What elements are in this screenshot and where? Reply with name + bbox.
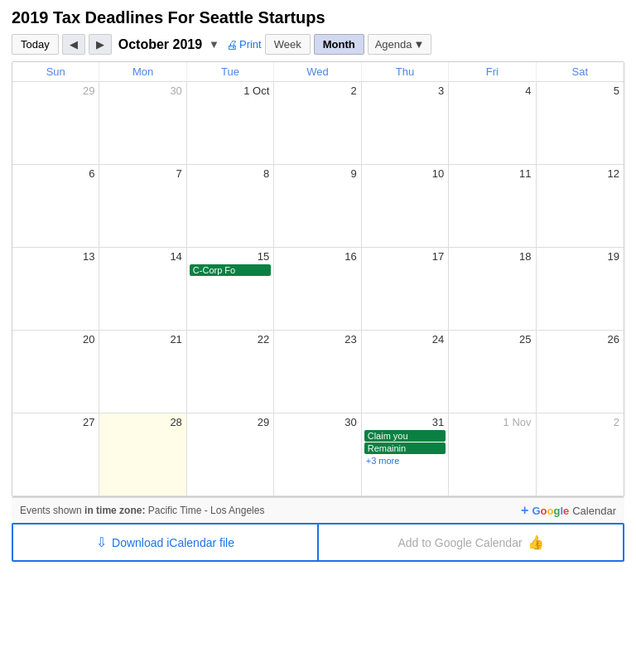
- calendar-cell[interactable]: 10: [362, 165, 449, 248]
- calendar-cell[interactable]: 26: [537, 331, 624, 413]
- print-button[interactable]: 🖨 Print: [226, 38, 262, 51]
- day-number: 10: [364, 167, 446, 181]
- calendar-cell[interactable]: 11: [449, 165, 536, 248]
- calendar-cell[interactable]: 7: [99, 165, 186, 248]
- timezone-note: Events shown in time zone: Pacific Time …: [20, 505, 264, 516]
- calendar-cell[interactable]: 21: [99, 331, 186, 413]
- day-number: 12: [539, 167, 621, 181]
- toolbar: Today ◀ ▶ October 2019 ▼ 🖨 Print Week Mo…: [12, 34, 624, 55]
- event-chip[interactable]: Remainin: [364, 442, 446, 454]
- event-chip[interactable]: Claim you: [364, 430, 446, 442]
- calendar: Sun Mon Tue Wed Thu Fri Sat 29301 Oct234…: [12, 61, 624, 497]
- day-number: 25: [451, 332, 532, 346]
- day-number: 6: [15, 167, 96, 181]
- day-number: 30: [102, 84, 183, 98]
- page-title: 2019 Tax Deadlines For Seattle Startups: [12, 8, 624, 27]
- day-number: 2: [539, 415, 621, 429]
- day-number: 22: [190, 332, 271, 346]
- calendar-cell[interactable]: 15C-Corp Fo: [187, 248, 274, 331]
- calendar-header: Sun Mon Tue Wed Thu Fri Sat: [12, 62, 624, 82]
- calendar-grid: 29301 Oct23456789101112131415C-Corp Fo16…: [12, 82, 624, 496]
- day-number: 21: [102, 332, 183, 346]
- day-number: 7: [102, 167, 183, 181]
- day-number: 30: [277, 415, 358, 429]
- calendar-cell[interactable]: 4: [449, 82, 536, 165]
- event-chip[interactable]: C-Corp Fo: [190, 264, 271, 276]
- hand-icon: 👍: [528, 534, 544, 550]
- calendar-cell[interactable]: 8: [187, 165, 274, 248]
- day-number: 11: [451, 167, 532, 181]
- day-number: 9: [277, 167, 358, 181]
- day-number: 19: [539, 249, 621, 263]
- calendar-cell[interactable]: 19: [537, 248, 624, 331]
- calendar-cell[interactable]: 2: [274, 82, 361, 165]
- today-button[interactable]: Today: [12, 34, 59, 55]
- calendar-cell[interactable]: 13: [12, 248, 99, 331]
- day-number: 1 Nov: [451, 415, 532, 429]
- header-thu: Thu: [362, 62, 449, 82]
- day-number: 29: [190, 415, 271, 429]
- calendar-cell[interactable]: 22: [187, 331, 274, 413]
- more-events-link[interactable]: +3 more: [364, 455, 446, 467]
- download-label: Download iCalendar file: [112, 536, 234, 549]
- day-number: 13: [15, 249, 96, 263]
- google-cal-action-label: Add to Google Calendar: [398, 536, 522, 549]
- next-button[interactable]: ▶: [89, 34, 112, 55]
- calendar-cell[interactable]: 5: [537, 82, 624, 165]
- google-calendar-badge[interactable]: + Google Calendar: [521, 503, 616, 518]
- day-number: 17: [364, 249, 446, 263]
- header-mon: Mon: [99, 62, 186, 82]
- calendar-cell[interactable]: 28: [99, 413, 186, 496]
- day-number: 15: [190, 249, 271, 263]
- agenda-view-button[interactable]: Agenda ▼: [368, 34, 432, 55]
- month-view-button[interactable]: Month: [314, 34, 364, 55]
- prev-button[interactable]: ◀: [62, 34, 85, 55]
- google-logo: Google: [532, 505, 569, 517]
- calendar-cell[interactable]: 3: [362, 82, 449, 165]
- add-to-google-calendar-button[interactable]: Add to Google Calendar 👍: [319, 525, 623, 560]
- calendar-cell[interactable]: 6: [12, 165, 99, 248]
- calendar-cell[interactable]: 30: [274, 413, 361, 496]
- calendar-cell[interactable]: 31Claim youRemainin+3 more: [362, 413, 449, 496]
- printer-icon: 🖨: [226, 38, 238, 51]
- calendar-cell[interactable]: 1 Nov: [449, 413, 536, 496]
- day-number: 14: [102, 249, 183, 263]
- calendar-cell[interactable]: 12: [537, 165, 624, 248]
- calendar-cell[interactable]: 2: [537, 413, 624, 496]
- calendar-cell[interactable]: 14: [99, 248, 186, 331]
- calendar-cell[interactable]: 18: [449, 248, 536, 331]
- header-tue: Tue: [187, 62, 274, 82]
- calendar-cell[interactable]: 23: [274, 331, 361, 413]
- header-wed: Wed: [274, 62, 361, 82]
- download-icalendar-button[interactable]: ⇩ Download iCalendar file: [13, 525, 319, 560]
- calendar-cell[interactable]: 20: [12, 331, 99, 413]
- day-number: 3: [364, 84, 446, 98]
- day-number: 18: [451, 249, 532, 263]
- calendar-cell[interactable]: 25: [449, 331, 536, 413]
- calendar-cell[interactable]: 29: [12, 82, 99, 165]
- calendar-cell[interactable]: 17: [362, 248, 449, 331]
- header-sun: Sun: [12, 62, 99, 82]
- week-view-button[interactable]: Week: [265, 34, 311, 55]
- day-number: 26: [539, 332, 621, 346]
- day-number: 27: [15, 415, 96, 429]
- calendar-cell[interactable]: 29: [187, 413, 274, 496]
- header-fri: Fri: [449, 62, 536, 82]
- calendar-cell[interactable]: 24: [362, 331, 449, 413]
- month-year-label: October 2019: [118, 37, 202, 52]
- calendar-cell[interactable]: 1 Oct: [187, 82, 274, 165]
- calendar-cell[interactable]: 30: [99, 82, 186, 165]
- calendar-cell[interactable]: 16: [274, 248, 361, 331]
- agenda-dropdown-icon: ▼: [414, 38, 425, 51]
- header-sat: Sat: [537, 62, 624, 82]
- day-number: 20: [15, 332, 96, 346]
- calendar-cell[interactable]: 27: [12, 413, 99, 496]
- day-number: 24: [364, 332, 446, 346]
- day-number: 1 Oct: [190, 84, 271, 98]
- download-icon: ⇩: [96, 534, 107, 550]
- plus-icon: +: [521, 503, 528, 518]
- month-dropdown-arrow[interactable]: ▼: [209, 38, 219, 51]
- calendar-cell[interactable]: 9: [274, 165, 361, 248]
- day-number: 31: [364, 415, 446, 429]
- day-number: 8: [190, 167, 271, 181]
